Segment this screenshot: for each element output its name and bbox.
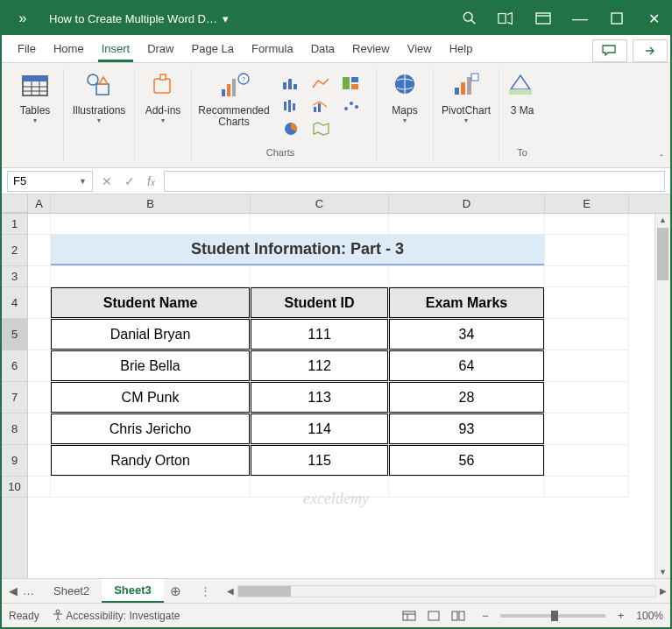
hscroll-left-icon[interactable]: ◀ (227, 586, 234, 596)
map-chart-icon[interactable] (309, 119, 334, 138)
share-button[interactable] (633, 39, 668, 62)
col-header-B[interactable]: B (51, 194, 251, 213)
formula-bar: F5 ▼ ✕ ✓ fx (2, 168, 670, 194)
zoom-out-button[interactable]: − (482, 610, 488, 622)
tab-help[interactable]: Help (441, 37, 482, 62)
horizontal-scrollbar[interactable]: ◀ ▶ (223, 585, 670, 597)
row-header-10[interactable]: 10 (2, 477, 27, 498)
cell-d7[interactable]: 28 (389, 382, 544, 413)
cell-c9[interactable]: 115 (251, 445, 388, 476)
cell-b5[interactable]: Danial Bryan (51, 319, 250, 350)
sheet-tab-sheet3[interactable]: Sheet3 (102, 579, 164, 603)
comments-button[interactable] (592, 39, 627, 62)
fx-icon[interactable]: fx (147, 174, 155, 188)
sheet-nav-prev[interactable]: ◀ (9, 584, 18, 597)
cell-b9[interactable]: Randy Orton (51, 445, 250, 476)
hierarchy-chart-icon[interactable] (339, 74, 364, 93)
pivotchart-button[interactable]: PivotChart ▾ (439, 68, 493, 124)
scatter-chart-icon[interactable] (339, 96, 364, 116)
tab-data[interactable]: Data (302, 37, 343, 62)
cell-d6[interactable]: 64 (389, 350, 544, 381)
tab-insert[interactable]: Insert (93, 37, 139, 62)
maximize-button[interactable] (607, 9, 626, 28)
combo-chart-icon[interactable] (309, 96, 334, 116)
svg-rect-16 (222, 89, 225, 96)
zoom-level[interactable]: 100% (636, 610, 663, 622)
row-header-6[interactable]: 6 (2, 350, 27, 382)
tables-button[interactable]: Tables ▾ (12, 68, 58, 124)
hscroll-right-icon[interactable]: ▶ (660, 586, 667, 596)
col-header-E[interactable]: E (545, 194, 629, 213)
close-button[interactable]: ✕ (644, 9, 663, 28)
row-header-3[interactable]: 3 (2, 266, 27, 287)
page-layout-view-icon[interactable] (422, 607, 445, 625)
mode-switch-icon[interactable] (497, 9, 516, 28)
page-break-view-icon[interactable] (447, 607, 470, 625)
name-box-dropdown[interactable]: ▼ (79, 177, 87, 186)
svg-point-42 (56, 610, 60, 613)
collapse-ribbon[interactable]: ˆ (660, 153, 663, 164)
3dmap-button[interactable]: 3 Ma (505, 68, 540, 117)
row-header-2[interactable]: 2 (2, 235, 27, 266)
svg-rect-28 (288, 100, 291, 112)
col-header-A[interactable]: A (28, 194, 51, 213)
cell-b7[interactable]: CM Punk (51, 382, 250, 413)
line-chart-icon[interactable] (309, 74, 334, 93)
zoom-slider[interactable] (500, 614, 605, 618)
vertical-scrollbar[interactable]: ▲ ▼ (654, 214, 670, 578)
cell-d8[interactable]: 93 (389, 413, 544, 444)
scroll-down-icon[interactable]: ▼ (655, 566, 670, 578)
hscroll-thumb[interactable] (238, 586, 291, 597)
tab-view[interactable]: View (399, 37, 441, 62)
svg-rect-15 (160, 74, 166, 80)
row-header-5[interactable]: 5 (2, 319, 27, 350)
sheet-tab-sheet2[interactable]: Sheet2 (41, 580, 102, 602)
name-box[interactable]: F5 ▼ (7, 171, 93, 192)
qat-more[interactable]: » (2, 2, 44, 35)
cell-b8[interactable]: Chris Jericho (51, 413, 250, 444)
enter-formula-icon[interactable]: ✓ (124, 174, 135, 188)
tab-formulas[interactable]: Formula (243, 37, 302, 62)
accessibility-status[interactable]: Accessibility: Investigate (52, 609, 180, 622)
scroll-up-icon[interactable]: ▲ (655, 214, 670, 226)
column-chart-icon[interactable] (279, 74, 304, 93)
illustrations-button[interactable]: Illustrations ▾ (69, 68, 129, 124)
new-sheet-button[interactable]: ⊕ (164, 583, 188, 599)
cancel-formula-icon[interactable]: ✕ (102, 174, 112, 188)
cell-d5[interactable]: 34 (389, 319, 544, 350)
row-header-4[interactable]: 4 (2, 287, 27, 319)
cells-area[interactable]: Student Information: Part - 3 Student Na… (28, 214, 670, 578)
search-icon[interactable] (460, 9, 479, 28)
col-header-C[interactable]: C (251, 194, 389, 213)
cell-d9[interactable]: 56 (389, 445, 544, 476)
row-header-7[interactable]: 7 (2, 382, 27, 413)
recommended-charts-button[interactable]: ? Recommended Charts (197, 68, 271, 128)
cell-b6[interactable]: Brie Bella (51, 350, 250, 381)
tab-draw[interactable]: Draw (138, 37, 182, 62)
tab-review[interactable]: Review (343, 37, 399, 62)
pie-chart-icon[interactable] (279, 119, 304, 138)
formula-input[interactable] (164, 171, 665, 192)
statistic-chart-icon[interactable] (279, 96, 304, 116)
tab-page-layout[interactable]: Page La (183, 37, 243, 62)
addins-button[interactable]: Add-ins ▾ (140, 68, 186, 124)
select-all[interactable] (2, 194, 28, 213)
cell-c6[interactable]: 112 (251, 350, 388, 381)
row-header-8[interactable]: 8 (2, 413, 27, 445)
zoom-in-button[interactable]: + (618, 610, 624, 622)
cell-c7[interactable]: 113 (251, 382, 388, 413)
title-dropdown[interactable]: ▾ (223, 12, 229, 25)
tab-home[interactable]: Home (45, 37, 93, 62)
maps-button[interactable]: Maps ▾ (382, 68, 428, 124)
tab-file[interactable]: File (9, 37, 45, 62)
scroll-thumb[interactable] (657, 228, 668, 280)
ribbon-display-icon[interactable] (534, 9, 553, 28)
col-header-D[interactable]: D (389, 194, 545, 213)
row-header-9[interactable]: 9 (2, 445, 27, 477)
cell-c8[interactable]: 114 (251, 413, 388, 444)
sheet-nav-more[interactable]: … (23, 584, 34, 597)
row-header-1[interactable]: 1 (2, 214, 27, 235)
minimize-button[interactable]: — (570, 9, 590, 28)
normal-view-icon[interactable] (398, 607, 421, 625)
cell-c5[interactable]: 111 (251, 319, 388, 350)
